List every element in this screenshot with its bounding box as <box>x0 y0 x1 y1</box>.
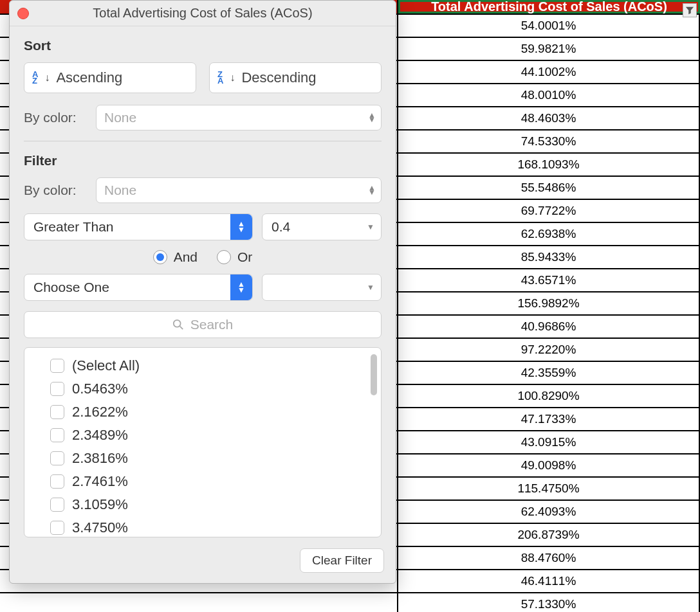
checkbox[interactable] <box>50 451 64 465</box>
chevron-updown-icon: ▲▼ <box>230 214 252 240</box>
logic-and-label: And <box>174 249 198 265</box>
sort-ascending-button[interactable]: AZ ↓ Ascending <box>24 62 196 93</box>
select-all-item[interactable]: (Select All) <box>33 354 372 377</box>
logic-row: And Or <box>24 249 382 265</box>
column-filter-button[interactable] <box>683 3 697 17</box>
filter-icon <box>685 6 694 15</box>
filter-value-item[interactable]: 0.5463% <box>33 377 372 401</box>
acos-cell[interactable]: 49.0098% <box>398 455 700 478</box>
logic-or-label: Or <box>237 249 252 265</box>
clear-filter-button[interactable]: Clear Filter <box>300 548 384 573</box>
sort-by-color-label: By color: <box>24 110 86 125</box>
condition2-value-input[interactable]: ▼ <box>262 274 382 301</box>
logic-or-radio[interactable]: Or <box>217 249 252 265</box>
az-icon: AZ <box>32 71 38 84</box>
condition1-value: 0.4 <box>272 219 290 235</box>
panel-body: Sort AZ ↓ Ascending ZA ↓ Descending By c… <box>10 26 396 541</box>
checkbox[interactable] <box>50 498 64 512</box>
acos-cell[interactable]: 43.0915% <box>398 431 700 455</box>
acos-cell[interactable]: 48.4603% <box>398 107 700 130</box>
filter-value-label: 2.1622% <box>72 404 128 420</box>
sort-section-title: Sort <box>24 38 382 53</box>
acos-cell[interactable]: 115.4750% <box>398 478 700 501</box>
select-all-label: (Select All) <box>72 357 140 374</box>
acos-cell[interactable]: 100.8290% <box>398 385 700 408</box>
arrow-down-icon: ↓ <box>230 72 235 84</box>
acos-cell[interactable]: 47.1733% <box>398 408 700 431</box>
acos-cell[interactable]: 57.1330% <box>398 593 700 612</box>
table-row: 57.1330% <box>0 593 700 612</box>
chevron-updown-icon: ▲▼ <box>230 274 252 300</box>
filter-by-color-value: None <box>104 183 136 198</box>
filter-by-color-select[interactable]: None ▲▼ <box>96 177 382 203</box>
filter-value-item[interactable]: 3.4750% <box>33 516 372 537</box>
filter-by-color-row: By color: None ▲▼ <box>24 177 382 203</box>
filter-value-item[interactable]: 2.1622% <box>33 401 372 424</box>
header-cell-acos[interactable]: Total Advertising Cost of Sales (ACoS) <box>398 0 700 14</box>
checkbox[interactable] <box>50 474 64 489</box>
condition1-value-input[interactable]: 0.4 ▼ <box>262 213 382 240</box>
acos-cell[interactable]: 42.3559% <box>398 362 700 385</box>
condition2-operator-select[interactable]: Choose One ▲▼ <box>24 274 253 301</box>
filter-value-item[interactable]: 2.3489% <box>33 424 372 447</box>
acos-cell[interactable]: 85.9433% <box>398 246 700 269</box>
checkbox[interactable] <box>50 405 64 419</box>
condition1-operator-value: Greater Than <box>33 219 114 235</box>
acos-cell[interactable]: 88.4760% <box>398 547 700 570</box>
acos-cell[interactable]: 206.8739% <box>398 524 700 547</box>
arrow-down-icon: ↓ <box>44 72 50 84</box>
acos-cell[interactable]: 44.1002% <box>398 61 700 84</box>
checkbox[interactable] <box>50 521 64 535</box>
cell-left[interactable] <box>0 593 398 612</box>
acos-cell[interactable]: 62.4093% <box>398 501 700 524</box>
close-button[interactable] <box>17 8 29 19</box>
acos-cell[interactable]: 168.1093% <box>398 154 700 177</box>
clear-filter-label: Clear Filter <box>312 554 372 567</box>
condition1-operator-select[interactable]: Greater Than ▲▼ <box>24 213 253 240</box>
acos-cell[interactable]: 55.5486% <box>398 177 700 200</box>
acos-cell[interactable]: 46.4111% <box>398 570 700 593</box>
acos-cell[interactable]: 43.6571% <box>398 269 700 292</box>
chevron-down-icon: ▼ <box>367 283 374 292</box>
header-cell-label: Total Advertising Cost of Sales (ACoS) <box>431 0 667 14</box>
filter-value-item[interactable]: 2.3816% <box>33 447 372 470</box>
filter-value-label: 3.1059% <box>72 496 128 513</box>
acos-cell[interactable]: 69.7722% <box>398 200 700 223</box>
svg-point-0 <box>174 320 181 327</box>
scrollbar-thumb[interactable] <box>371 354 377 395</box>
sort-descending-button[interactable]: ZA ↓ Descending <box>209 62 382 93</box>
sort-descending-label: Descending <box>241 69 316 86</box>
sort-buttons-row: AZ ↓ Ascending ZA ↓ Descending <box>24 62 382 93</box>
condition2-row: Choose One ▲▼ ▼ <box>24 274 382 301</box>
sort-by-color-row: By color: None ▲▼ <box>24 105 382 130</box>
acos-cell[interactable]: 54.0001% <box>398 15 700 38</box>
filter-value-item[interactable]: 2.7461% <box>33 470 372 493</box>
sort-by-color-value: None <box>104 110 136 125</box>
acos-cell[interactable]: 59.9821% <box>398 38 700 61</box>
filter-popover: Total Advertising Cost of Sales (ACoS) S… <box>9 0 396 584</box>
acos-cell[interactable]: 62.6938% <box>398 223 700 246</box>
acos-cell[interactable]: 74.5330% <box>398 130 700 154</box>
radio-dot-selected <box>153 250 167 264</box>
filter-value-item[interactable]: 3.1059% <box>33 493 372 516</box>
filter-value-label: 0.5463% <box>72 381 128 397</box>
sort-by-color-select[interactable]: None ▲▼ <box>96 105 382 130</box>
dialog-footer: Clear Filter <box>10 542 396 583</box>
radio-dot <box>217 250 231 264</box>
acos-cell[interactable]: 40.9686% <box>398 316 700 339</box>
filter-search-input[interactable]: Search <box>24 311 382 338</box>
svg-line-1 <box>180 327 183 330</box>
filter-values-list[interactable]: (Select All) 0.5463%2.1622%2.3489%2.3816… <box>24 347 382 537</box>
acos-cell[interactable]: 97.2220% <box>398 339 700 362</box>
condition1-row: Greater Than ▲▼ 0.4 ▼ <box>24 213 382 240</box>
filter-by-color-label: By color: <box>24 183 86 198</box>
checkbox[interactable] <box>50 382 64 396</box>
acos-cell[interactable]: 48.0010% <box>398 84 700 107</box>
filter-value-label: 2.3489% <box>72 427 128 444</box>
stepper-icon: ▲▼ <box>368 186 376 195</box>
acos-cell[interactable]: 156.9892% <box>398 292 700 316</box>
search-placeholder: Search <box>190 317 234 332</box>
checkbox[interactable] <box>50 359 64 373</box>
checkbox[interactable] <box>50 428 64 442</box>
logic-and-radio[interactable]: And <box>153 249 198 265</box>
